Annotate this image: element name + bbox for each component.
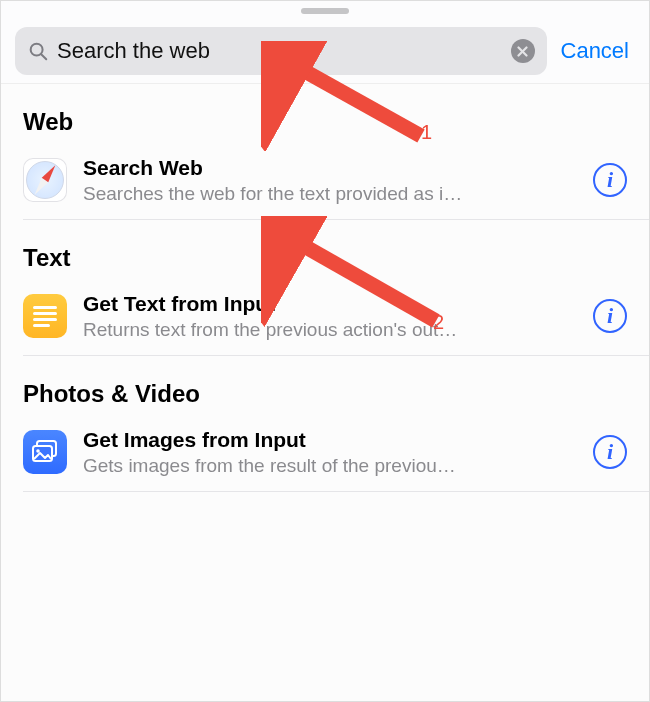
svg-rect-5 — [33, 446, 52, 461]
action-row-search-web[interactable]: Search Web Searches the web for the text… — [1, 144, 649, 219]
action-row-get-text[interactable]: Get Text from Input Returns text from th… — [1, 280, 649, 355]
action-subtitle: Searches the web for the text provided a… — [83, 181, 577, 207]
cancel-button[interactable]: Cancel — [559, 38, 635, 64]
info-button[interactable]: i — [593, 435, 627, 469]
safari-icon — [23, 158, 67, 202]
action-title: Get Images from Input — [83, 426, 577, 453]
info-button[interactable]: i — [593, 163, 627, 197]
action-title: Get Text from Input — [83, 290, 577, 317]
action-subtitle: Gets images from the result of the previ… — [83, 453, 577, 479]
action-row-text: Get Text from Input Returns text from th… — [83, 290, 577, 343]
action-row-get-images[interactable]: Get Images from Input Gets images from t… — [1, 416, 649, 491]
info-button[interactable]: i — [593, 299, 627, 333]
svg-point-6 — [36, 450, 40, 454]
action-subtitle: Returns text from the previous action's … — [83, 317, 577, 343]
text-document-icon — [23, 294, 67, 338]
action-row-text: Get Images from Input Gets images from t… — [83, 426, 577, 479]
section-header-text: Text — [1, 220, 649, 280]
section-header-web: Web — [1, 84, 649, 144]
photo-stack-icon — [23, 430, 67, 474]
clear-button[interactable] — [511, 39, 535, 63]
action-row-text: Search Web Searches the web for the text… — [83, 154, 577, 207]
xmark-icon — [517, 46, 528, 57]
search-input[interactable] — [57, 38, 503, 64]
svg-line-1 — [41, 54, 46, 59]
sheet-grabber[interactable] — [301, 8, 349, 14]
search-field[interactable] — [15, 27, 547, 75]
divider — [23, 491, 649, 492]
search-icon — [27, 40, 49, 62]
sheet-container: Cancel Web Search Web Searches the web f… — [0, 0, 650, 702]
action-title: Search Web — [83, 154, 577, 181]
section-header-photos: Photos & Video — [1, 356, 649, 416]
